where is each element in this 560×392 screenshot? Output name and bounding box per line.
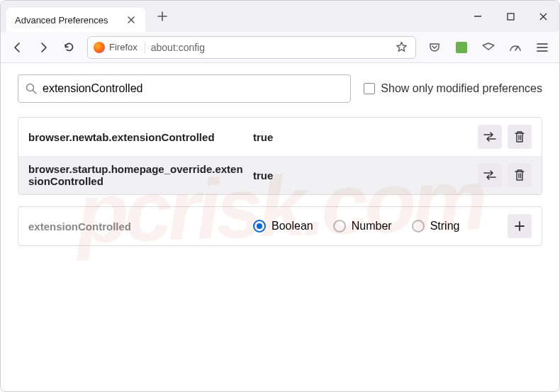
reload-button[interactable] — [57, 36, 80, 59]
show-modified-only-checkbox[interactable]: Show only modified preferences — [364, 82, 542, 95]
search-icon — [26, 83, 37, 94]
window-controls — [461, 1, 559, 32]
radio-icon — [333, 220, 346, 233]
pref-value: true — [253, 131, 469, 143]
browser-toolbar: Firefox about:config — [1, 32, 559, 63]
delete-button[interactable] — [508, 163, 532, 187]
add-pref-button[interactable] — [508, 214, 532, 238]
radio-icon — [412, 220, 425, 233]
checkbox-icon — [364, 83, 375, 94]
new-pref-name: extensionControlled — [28, 220, 245, 233]
close-window-button[interactable] — [527, 1, 559, 32]
speedometer-button[interactable] — [504, 36, 527, 59]
pocket-button[interactable] — [423, 36, 446, 59]
url-text: about:config — [151, 42, 393, 53]
pref-table: browser.newtab.extensionControlled true … — [18, 117, 542, 195]
tab-close-button[interactable] — [125, 14, 137, 26]
new-tab-button[interactable] — [151, 5, 174, 28]
pref-search-box[interactable] — [18, 74, 351, 103]
delete-button[interactable] — [508, 125, 532, 149]
radio-icon — [253, 220, 266, 233]
title-bar: Advanced Preferences — [1, 1, 559, 32]
mail-button[interactable] — [477, 36, 500, 59]
content-area: Show only modified preferences browser.n… — [1, 63, 559, 257]
maximize-button[interactable] — [494, 1, 527, 32]
svg-rect-0 — [508, 13, 514, 20]
extension-button[interactable] — [450, 36, 473, 59]
pref-row: browser.startup.homepage_override.extens… — [18, 156, 542, 194]
forward-button[interactable] — [32, 36, 55, 59]
app-menu-button[interactable] — [531, 36, 554, 59]
pref-name: browser.startup.homepage_override.extens… — [28, 163, 245, 187]
radio-string[interactable]: String — [412, 220, 460, 233]
tab-title: Advanced Preferences — [15, 15, 108, 26]
firefox-icon — [94, 42, 105, 53]
url-bar[interactable]: Firefox about:config — [87, 36, 416, 59]
identity-box[interactable]: Firefox — [94, 42, 145, 53]
show-modified-only-label: Show only modified preferences — [381, 82, 542, 95]
radio-number-label: Number — [352, 220, 392, 233]
bookmark-star-button[interactable] — [393, 41, 410, 53]
pref-row: browser.newtab.extensionControlled true — [18, 118, 542, 156]
identity-label: Firefox — [109, 42, 138, 52]
radio-boolean-label: Boolean — [271, 220, 313, 233]
browser-tab[interactable]: Advanced Preferences — [6, 8, 145, 32]
pref-name: browser.newtab.extensionControlled — [28, 131, 245, 143]
toggle-button[interactable] — [478, 125, 502, 149]
radio-string-label: String — [430, 220, 460, 233]
new-pref-row: extensionControlled Boolean Number Strin… — [18, 206, 542, 246]
minimize-button[interactable] — [461, 1, 494, 32]
extension-icon — [456, 42, 467, 53]
pref-search-input[interactable] — [43, 82, 343, 95]
radio-boolean[interactable]: Boolean — [253, 220, 313, 233]
back-button[interactable] — [6, 36, 29, 59]
toggle-button[interactable] — [478, 163, 502, 187]
radio-number[interactable]: Number — [333, 220, 392, 233]
type-radio-group: Boolean Number String — [253, 220, 499, 233]
pref-value: true — [253, 169, 469, 181]
